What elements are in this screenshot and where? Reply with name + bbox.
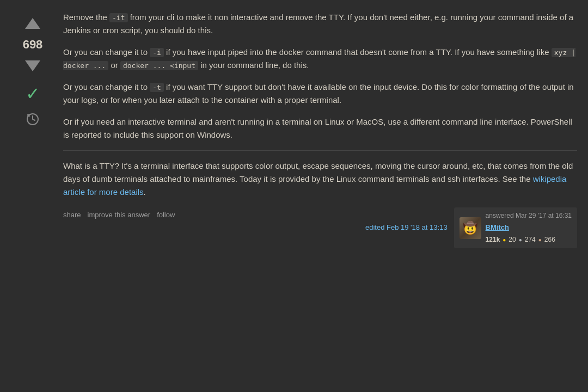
footer-actions: share improve this answer follow [63,207,175,221]
code-i: -i [150,48,164,57]
vote-count: 698 [23,38,43,52]
user-info: answered Mar 29 '17 at 16:31 BMitch 121k… [486,211,572,245]
code-docker-input: docker ... <input [120,61,198,70]
vote-column: 698 ✓ [11,11,54,248]
code-t: -t [150,83,164,92]
share-link[interactable]: share [63,210,81,221]
answer-footer: share improve this answer follow edited … [63,207,577,248]
user-stats: 121k ● 20 ● 274 ● 266 [486,235,572,245]
paragraph-4: Or if you need an interactive terminal a… [63,115,577,142]
wiki-section: What is a TTY? It's a terminal interface… [63,160,577,199]
footer-right: edited Feb 19 '18 at 13:13 🤠 answered Ma… [365,207,577,248]
silver-badge-icon: ● [519,236,522,244]
answer-container: 698 ✓ Remove the -it from your cli to ma… [0,0,588,259]
vote-down-button[interactable] [22,54,44,76]
avatar: 🤠 [460,217,481,239]
answered-label: answered Mar 29 '17 at 16:31 [486,211,572,221]
wiki-paragraph: What is a TTY? It's a terminal interface… [63,160,577,199]
bronze-badge-icon: ● [538,236,542,244]
section-divider [63,150,577,151]
vote-up-button[interactable] [22,14,44,35]
improve-answer-link[interactable]: improve this answer [88,210,151,221]
follow-link[interactable]: follow [157,210,175,221]
reputation: 121k [486,235,500,245]
gold-badge-count: 20 [509,235,516,245]
paragraph-1: Remove the -it from your cli to make it … [63,11,577,37]
answer-body: Remove the -it from your cli to make it … [54,11,577,248]
answer-text: Remove the -it from your cli to make it … [63,11,577,142]
bronze-badge-count: 266 [544,235,555,245]
avatar-image: 🤠 [460,217,481,239]
silver-badge-count: 274 [525,235,536,245]
username-link[interactable]: BMitch [486,222,572,234]
user-card: 🤠 answered Mar 29 '17 at 16:31 BMitch 12… [454,207,577,248]
code-it: -it [109,13,127,22]
gold-badge-icon: ● [503,236,506,244]
paragraph-2: Or you can change it to -i if you have i… [63,46,577,72]
history-icon[interactable] [26,113,39,131]
paragraph-3: Or you can change it to -t if you want T… [63,81,577,107]
edit-info: edited Feb 19 '18 at 13:13 [365,222,448,234]
accepted-checkmark-icon: ✓ [26,80,40,108]
